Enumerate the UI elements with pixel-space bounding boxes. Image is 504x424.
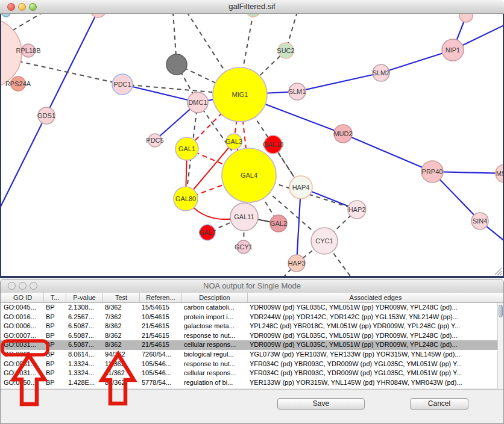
- node-HAP2[interactable]: HAP2: [348, 201, 366, 219]
- column-header-associatededges[interactable]: Associated edges: [248, 293, 503, 302]
- node-SLM1[interactable]: SLM1: [289, 83, 306, 100]
- node-circle: [421, 161, 443, 182]
- window-border-left: [0, 14, 1, 278]
- screen: RPL18BRPS24AGDS1PDC1PDC5SUC2DMC1MIG1SLM1…: [0, 0, 504, 424]
- cell-reference: 21/54615: [140, 340, 182, 350]
- node-circle: [222, 148, 276, 202]
- node-SUC2[interactable]: SUC2: [277, 43, 294, 58]
- node-circle: [175, 137, 198, 160]
- table-body: GO:0045...BP2.1308...8/36215/54615carbon…: [1, 303, 499, 388]
- table-row[interactable]: GO:0007...BP6.5087...8/36221/54615respon…: [1, 331, 499, 341]
- table-row[interactable]: GO:0006...BP6.5087...8/36221/54615galact…: [1, 322, 499, 331]
- cell-type: BP: [44, 322, 66, 331]
- node-circle: [348, 201, 366, 219]
- node-circle: [213, 67, 267, 122]
- node-circle: [289, 176, 312, 199]
- cell-p_value: 1.3324...: [66, 360, 103, 369]
- column-header-test[interactable]: Test: [103, 293, 140, 302]
- scrollbar-thumb[interactable]: [499, 305, 503, 317]
- cell-test: 11/362: [103, 360, 140, 369]
- node-NIP1[interactable]: NIP1: [442, 39, 464, 61]
- table-row[interactable]: GO:0065...BP8.0614...94/3627260/54...bio…: [1, 350, 499, 360]
- cell-test: 8/362: [103, 340, 140, 350]
- cell-desciption: regulation of bi...: [182, 378, 248, 388]
- table-row[interactable]: GO:0045...BP2.1308...8/36215/54615carbon…: [1, 303, 499, 313]
- cell-desciption: cellular respons...: [182, 340, 248, 350]
- noa-window: NOA output for Single Mode GO IDT...P-va…: [0, 279, 504, 424]
- node-GDS1[interactable]: GDS1: [37, 107, 55, 124]
- vertical-scrollbar[interactable]: [497, 303, 503, 389]
- node-GAL1[interactable]: GAL1: [175, 137, 198, 160]
- cell-associated_edges: YFR034C (pd) YBR093C, YDR009W (pd) YGL03…: [248, 360, 499, 369]
- node-circle: [187, 92, 208, 113]
- node-circle: [288, 255, 305, 272]
- cell-reference: 21/54615: [140, 331, 182, 341]
- cell-type: BP: [44, 340, 66, 350]
- table-row[interactable]: GO:0031...BP1.3324...11/362105/546...cel…: [1, 369, 499, 378]
- node-DMC1[interactable]: DMC1: [187, 92, 208, 113]
- node-SIN4[interactable]: SIN4: [471, 213, 488, 229]
- cell-associated_edges: YFR034C (pd) YBR093C, YDR009W (pd) YGL03…: [248, 369, 499, 378]
- node-MIG1[interactable]: MIG1: [213, 67, 267, 122]
- node-GAL4[interactable]: GAL4: [222, 148, 276, 202]
- cell-p_value: 2.1308...: [66, 303, 103, 313]
- table-row-selected[interactable]: GO:0031...BP6.5087...8/36221/54615cellul…: [1, 340, 499, 350]
- cell-associated_edges: YDR009W (pd) YGL035C, YML051W (pp) YDR00…: [248, 331, 499, 341]
- node-GAL80[interactable]: GAL80: [174, 187, 198, 211]
- node-GAL3[interactable]: GAL3: [225, 134, 242, 149]
- noa-titlebar[interactable]: NOA output for Single Mode: [1, 279, 503, 293]
- cancel-button[interactable]: Cancel: [410, 398, 468, 410]
- cell-reference: 15/54615: [140, 303, 182, 313]
- column-header-desciption[interactable]: Desciption: [182, 293, 248, 302]
- cell-type: BP: [44, 313, 66, 322]
- cell-go_id: GO:0031...: [2, 369, 44, 378]
- node-HAP4[interactable]: HAP4: [289, 176, 312, 199]
- cell-test: 8/362: [103, 331, 140, 341]
- node-circle: [230, 203, 258, 231]
- node-circle: [237, 240, 250, 254]
- node-HAP3[interactable]: HAP3: [288, 255, 306, 272]
- cell-associated_edges: YGL073W (pd) YER103W, YER133W (pp) YOR31…: [248, 350, 499, 360]
- cell-p_value: 6.5087...: [66, 331, 103, 341]
- column-header-referen[interactable]: Referen...: [140, 293, 182, 302]
- save-button[interactable]: Save: [277, 398, 365, 410]
- cell-go_id: GO:0016...: [2, 313, 44, 322]
- node-circle: [166, 54, 187, 75]
- node-GAL2[interactable]: GAL2: [270, 215, 287, 232]
- table-row[interactable]: GO:0050...BP1.428E...80/3625778/54...reg…: [1, 378, 499, 388]
- column-header-pvalue[interactable]: P-value: [66, 293, 103, 302]
- table-row[interactable]: GO:0016...BP6.2567...7/36210/54615protei…: [1, 313, 499, 322]
- table-header: GO IDT...P-valueTestReferen...Desciption…: [1, 293, 503, 303]
- cell-desciption: protein import i...: [182, 313, 248, 322]
- cell-test: 7/362: [103, 313, 140, 322]
- node-GAL11[interactable]: GAL11: [230, 203, 258, 231]
- canvas-background: [0, 0, 504, 278]
- cell-reference: 105/546...: [140, 369, 182, 378]
- table-bottom-divider: [1, 389, 503, 390]
- cell-go_id: GO:0045...: [2, 303, 44, 313]
- network-window-title: galFiltered.sif: [0, 2, 504, 11]
- node-circle: [174, 187, 198, 211]
- column-header-t[interactable]: T...: [44, 293, 66, 302]
- cell-go_id: GO:0007...: [2, 331, 44, 341]
- cell-reference: 10/54615: [140, 313, 182, 322]
- node-PDC1[interactable]: PDC1: [112, 74, 133, 95]
- node-CYC1[interactable]: CYC1: [311, 228, 338, 254]
- network-canvas[interactable]: RPL18BRPS24AGDS1PDC1PDC5SUC2DMC1MIG1SLM1…: [0, 0, 504, 278]
- cell-test: 80/362: [103, 378, 140, 388]
- node-circle: [270, 215, 287, 232]
- node-circle: [334, 125, 352, 143]
- column-header-goid[interactable]: GO ID: [2, 293, 44, 302]
- network-titlebar[interactable]: galFiltered.sif: [0, 0, 504, 14]
- cell-desciption: carbon cataboli...: [182, 303, 248, 313]
- node-circle: [200, 225, 215, 240]
- node-gray-node[interactable]: [166, 54, 187, 75]
- node-PRP40[interactable]: PRP40: [421, 161, 443, 182]
- node-GAL7[interactable]: GAL7: [199, 225, 216, 240]
- node-circle: [289, 83, 306, 100]
- table-row[interactable]: GO:0031...BP1.3324...11/362105/546...res…: [1, 360, 499, 369]
- node-circle: [11, 76, 25, 91]
- noa-window-title: NOA output for Single Mode: [1, 281, 503, 290]
- node-MUD2[interactable]: MUD2: [333, 125, 352, 143]
- node-SLM2[interactable]: SLM2: [373, 64, 390, 81]
